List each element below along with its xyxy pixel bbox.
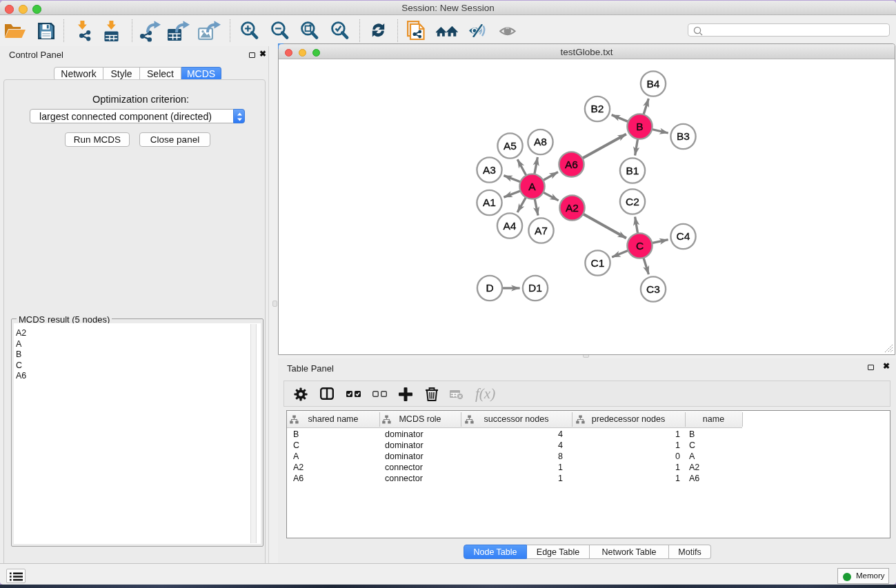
svg-text:A8: A8 bbox=[534, 136, 547, 148]
svg-text:A: A bbox=[528, 181, 536, 192]
svg-text:D1: D1 bbox=[528, 282, 542, 294]
svg-text:A4: A4 bbox=[504, 220, 517, 232]
svg-text:B1: B1 bbox=[626, 165, 639, 176]
svg-text:A5: A5 bbox=[504, 140, 517, 152]
svg-text:C4: C4 bbox=[677, 230, 690, 242]
svg-text:B2: B2 bbox=[591, 103, 604, 114]
svg-text:D: D bbox=[486, 282, 493, 294]
svg-text:B4: B4 bbox=[647, 78, 660, 90]
svg-text:B3: B3 bbox=[677, 130, 690, 142]
svg-text:A6: A6 bbox=[565, 159, 578, 170]
svg-text:A1: A1 bbox=[483, 196, 496, 208]
svg-text:C: C bbox=[636, 240, 644, 252]
svg-text:C3: C3 bbox=[646, 283, 660, 295]
svg-text:C1: C1 bbox=[591, 257, 605, 269]
svg-text:A2: A2 bbox=[566, 202, 579, 214]
svg-text:B: B bbox=[636, 121, 643, 132]
svg-text:A7: A7 bbox=[535, 225, 548, 236]
svg-text:C2: C2 bbox=[626, 196, 639, 207]
svg-text:A3: A3 bbox=[483, 164, 496, 176]
